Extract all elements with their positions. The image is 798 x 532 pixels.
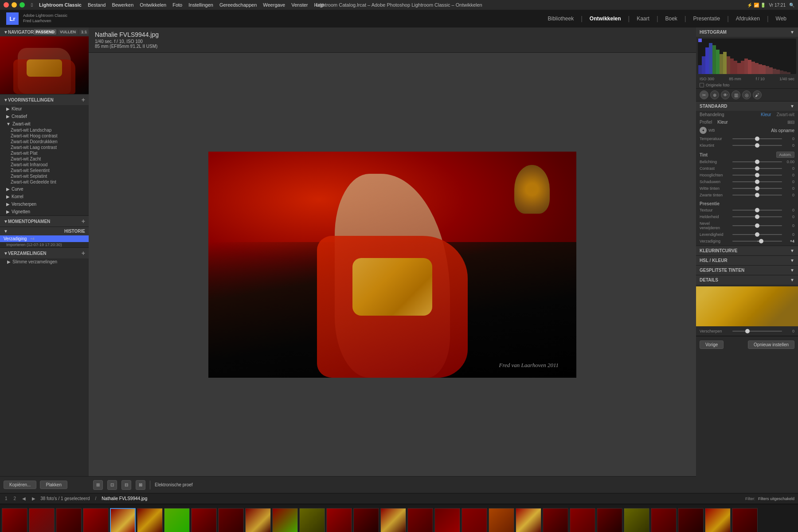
tab-presentatie[interactable]: Presentatie	[688, 14, 726, 23]
film-thumb[interactable]	[164, 508, 190, 532]
preset-item[interactable]: Zwart-wit Hoog contrast	[0, 133, 89, 139]
preset-group-kleur-header[interactable]: ▶ Kleur	[0, 106, 89, 112]
electronic-proof-button[interactable]: Elektronische proef	[155, 482, 193, 487]
collections-add[interactable]: +	[82, 250, 85, 257]
highlights-thumb[interactable]	[755, 173, 759, 177]
survey-view-button[interactable]: ⊠	[136, 480, 145, 490]
preset-group-creatief-header[interactable]: ▶ Creatief	[0, 113, 89, 120]
menu-gereedschappen[interactable]: Gereedschappen	[219, 2, 257, 8]
film-thumb[interactable]	[218, 508, 244, 532]
contrast-slider[interactable]	[732, 168, 782, 169]
film-thumb[interactable]	[353, 508, 379, 532]
original-photo-toggle[interactable]: Originele foto	[696, 82, 798, 88]
profile-browse[interactable]: ⊞⊟	[787, 120, 794, 125]
preset-group-curve-header[interactable]: ▶ Curve	[0, 186, 89, 192]
menu-instellingen[interactable]: Instellingen	[188, 2, 213, 8]
film-thumb[interactable]	[407, 508, 433, 532]
preset-item[interactable]: Zwart-wit Laag contrast	[0, 145, 89, 150]
reset-button[interactable]: Opnieuw instellen	[748, 340, 794, 349]
preset-item[interactable]: Zwart-wit Seleentint	[0, 168, 89, 173]
film-thumb[interactable]	[624, 508, 649, 532]
tab-kaart[interactable]: Kaart	[631, 14, 655, 23]
spot-removal-tool[interactable]: ⊕	[710, 90, 719, 99]
tab-web[interactable]: Web	[771, 14, 792, 23]
loupe-view-button[interactable]: ⊡	[107, 480, 117, 490]
grid-view-button[interactable]: ⊞	[93, 480, 103, 490]
film-thumb[interactable]	[597, 508, 622, 532]
exposure-slider[interactable]	[732, 161, 782, 162]
tint-thumb[interactable]	[755, 143, 759, 148]
exposure-thumb[interactable]	[755, 160, 759, 164]
blacks-thumb[interactable]	[755, 193, 759, 197]
preset-item[interactable]: Zwart-wit Gedeelde tint	[0, 179, 89, 185]
film-thumb[interactable]	[489, 508, 514, 532]
menu-ontwikkelen[interactable]: Ontwikkelen	[140, 2, 166, 8]
next-strip-button[interactable]: ▶	[31, 496, 37, 501]
history-item-verzadiging[interactable]: Verzadiging +4	[0, 235, 89, 242]
paste-button[interactable]: Plakken	[40, 481, 67, 489]
details-header[interactable]: Details ▼	[696, 275, 798, 285]
film-thumb[interactable]	[83, 508, 109, 532]
original-photo-checkbox[interactable]	[700, 83, 704, 87]
basic-header[interactable]: Standaard ▼	[696, 102, 798, 111]
history-import[interactable]: Importeren (12-07-19 17:20:30)	[0, 242, 89, 247]
app-name-menu[interactable]: Lightroom Classic	[39, 2, 82, 8]
tint-slider[interactable]	[732, 145, 782, 146]
preset-group-korrel-header[interactable]: ▶ Korrel	[0, 193, 89, 200]
contrast-thumb[interactable]	[755, 166, 759, 171]
radial-filter-tool[interactable]: ◎	[742, 90, 751, 99]
treatment-bw-value[interactable]: Zwart-wit	[776, 112, 794, 117]
textuur-thumb[interactable]	[755, 208, 759, 212]
snapshots-header[interactable]: ▼ Momentopnamen +	[0, 216, 89, 227]
film-thumb[interactable]	[29, 508, 55, 532]
presets-add[interactable]: +	[82, 96, 85, 103]
presets-header[interactable]: ▼ Voorinstellingen +	[0, 94, 89, 105]
hsl-header[interactable]: HSL / Kleur ▼	[696, 256, 798, 265]
zoom-passend[interactable]: PASSEND	[34, 29, 56, 35]
preset-group-verscherpen-header[interactable]: ▶ Verscherpen	[0, 201, 89, 207]
auto-button[interactable]: Autom.	[776, 152, 794, 158]
adjustment-brush-tool[interactable]: 🖌	[753, 90, 762, 99]
tab-bibliotheek[interactable]: Bibliotheek	[543, 14, 579, 23]
whites-slider[interactable]	[732, 188, 782, 189]
dehaze-slider[interactable]	[732, 225, 782, 226]
histogram-header[interactable]: Histogram ▼	[696, 27, 798, 37]
menu-bestand[interactable]: Bestand	[88, 2, 106, 8]
preset-item[interactable]: Zwart-wit Doordrukkken	[0, 139, 89, 145]
film-thumb[interactable]	[272, 508, 298, 532]
vibrance-thumb[interactable]	[755, 232, 759, 237]
film-thumb[interactable]	[245, 508, 271, 532]
menu-venster[interactable]: Venster	[291, 2, 308, 8]
film-thumb[interactable]	[678, 508, 704, 532]
film-thumb[interactable]	[462, 508, 487, 532]
whites-thumb[interactable]	[755, 186, 759, 191]
redeye-tool[interactable]: 👁	[721, 90, 730, 99]
saturation-slider[interactable]	[732, 241, 782, 242]
film-thumb[interactable]	[137, 508, 163, 532]
film-thumb[interactable]	[326, 508, 352, 532]
close-button[interactable]	[4, 2, 9, 8]
film-thumb[interactable]	[705, 508, 731, 532]
preset-item[interactable]: Zwart-wit Seplatint	[0, 173, 89, 179]
film-thumb[interactable]	[570, 508, 595, 532]
film-thumb[interactable]	[732, 508, 758, 532]
treatment-color-value[interactable]: Kleur	[761, 112, 771, 117]
preset-item[interactable]: Zwart-wit Infrarood	[0, 162, 89, 168]
dehaze-thumb[interactable]	[755, 223, 759, 228]
eyedropper-icon[interactable]: ✦	[700, 127, 707, 134]
graduated-filter-tool[interactable]: ▥	[732, 90, 740, 99]
zoom-vullen[interactable]: VULLEN	[58, 29, 78, 35]
film-thumb[interactable]	[543, 508, 568, 532]
menu-weergave[interactable]: Weergave	[263, 2, 285, 8]
preset-item[interactable]: Zwart-wit Landschap	[0, 127, 89, 133]
film-thumb[interactable]	[191, 508, 217, 532]
collections-header[interactable]: ▼ Verzamelingen +	[0, 248, 89, 258]
film-thumb[interactable]	[434, 508, 460, 532]
highlights-slider[interactable]	[732, 175, 782, 176]
textuur-slider[interactable]	[732, 210, 782, 211]
preset-item[interactable]: Zwart-wit Zacht	[0, 156, 89, 162]
photo-area[interactable]: Fred van Laarhoven 2011	[89, 53, 696, 476]
history-header[interactable]: ▼ Historie	[0, 227, 89, 235]
tab-boek[interactable]: Boek	[660, 14, 683, 23]
crop-tool[interactable]: ✂	[700, 90, 708, 99]
